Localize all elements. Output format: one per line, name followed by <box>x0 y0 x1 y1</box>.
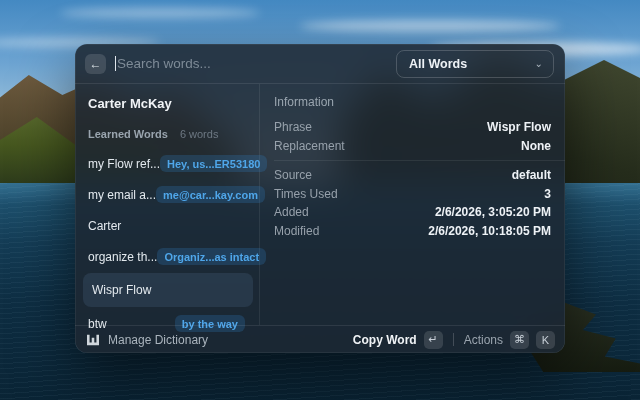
list-item[interactable]: Carter <box>87 210 251 241</box>
learned-words-label: Learned Words <box>88 128 168 140</box>
learned-words-sidebar: Carter McKay Learned Words 6 words my Fl… <box>75 84 260 325</box>
detail-row-times-used: Times Used 3 <box>274 185 551 204</box>
word-term: Wispr Flow <box>92 283 151 297</box>
list-item[interactable]: organize th... Organiz...as intact <box>87 241 251 272</box>
chevron-down-icon: ⌄ <box>535 58 543 69</box>
wispr-flow-logo-icon <box>86 334 100 346</box>
information-section-title: Information <box>274 95 551 109</box>
replacement-badge: me@car...kay.com <box>156 186 265 203</box>
footer-divider <box>453 333 454 346</box>
back-button[interactable]: ← <box>85 54 106 74</box>
dictionary-search-window: ← All Words ⌄ Carter McKay Learned Words… <box>75 44 565 353</box>
search-toolbar: ← All Words ⌄ <box>75 44 565 84</box>
return-key-icon: ↵ <box>424 331 443 349</box>
word-term: Carter <box>88 219 121 233</box>
k-key-icon: K <box>536 331 555 349</box>
detail-row-replacement: Replacement None <box>274 137 551 156</box>
manage-dictionary-label: Manage Dictionary <box>108 333 208 347</box>
copy-word-button[interactable]: Copy Word <box>353 333 417 347</box>
detail-row-added: Added 2/6/2026, 3:05:20 PM <box>274 203 551 222</box>
replacement-badge: Hey, us...ER53180 <box>160 155 267 172</box>
word-term: organize th... <box>88 250 157 264</box>
word-filter-value: All Words <box>409 57 535 71</box>
text-caret <box>115 56 116 71</box>
word-count: 6 words <box>180 128 219 140</box>
replacement-badge: Organiz...as intact <box>157 248 266 265</box>
word-term: my Flow ref... <box>88 157 160 171</box>
actions-button[interactable]: Actions <box>464 333 503 347</box>
list-item[interactable]: my email a... me@car...kay.com <box>87 179 251 210</box>
detail-row-modified: Modified 2/6/2026, 10:18:05 PM <box>274 222 551 241</box>
search-input[interactable] <box>117 56 396 71</box>
word-details-panel: Information Phrase Wispr Flow Replacemen… <box>260 84 565 325</box>
section-divider <box>274 160 565 161</box>
cloud <box>60 8 260 18</box>
search-field-wrap <box>115 56 396 71</box>
command-key-icon: ⌘ <box>510 331 529 349</box>
word-term: my email a... <box>88 188 156 202</box>
manage-dictionary-button[interactable]: Manage Dictionary <box>86 333 353 347</box>
detail-row-phrase: Phrase Wispr Flow <box>274 118 551 137</box>
user-name: Carter McKay <box>87 94 251 111</box>
cloud <box>300 20 560 32</box>
window-footer: Manage Dictionary Copy Word ↵ Actions ⌘ … <box>75 325 565 353</box>
back-arrow-icon: ← <box>90 57 102 71</box>
word-filter-dropdown[interactable]: All Words ⌄ <box>396 50 554 78</box>
list-item-selected[interactable]: Wispr Flow <box>83 273 253 307</box>
detail-row-source: Source default <box>274 166 551 185</box>
list-item[interactable]: my Flow ref... Hey, us...ER53180 <box>87 148 251 179</box>
word-list: my Flow ref... Hey, us...ER53180 my emai… <box>87 148 251 339</box>
